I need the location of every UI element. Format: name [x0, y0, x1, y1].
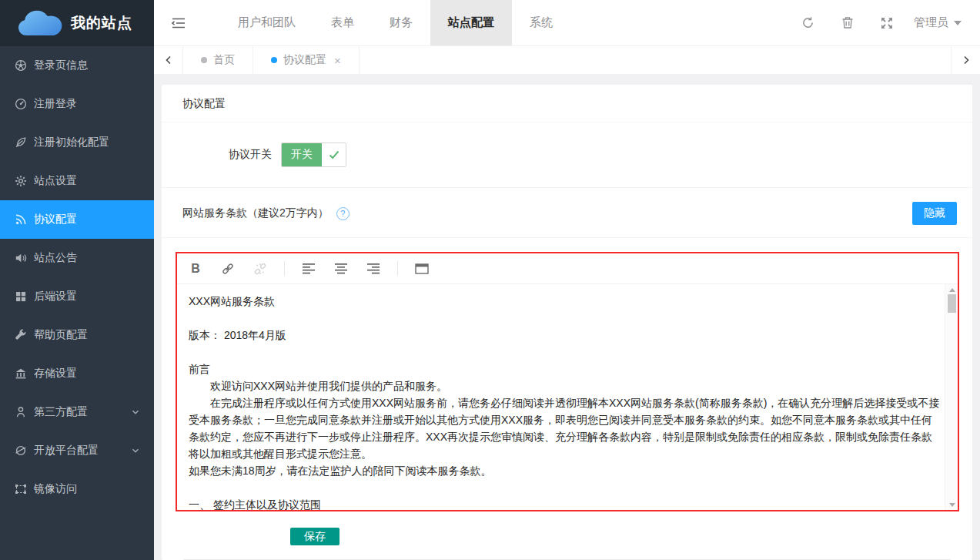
sidebar-item-protocol-config[interactable]: 协议配置 — [0, 200, 154, 239]
terms-paragraph: 一、 签约主体以及协议范围 — [189, 496, 942, 510]
sidebar-item-site-settings[interactable]: 站点设置 — [0, 162, 154, 200]
header-nav-forms[interactable]: 表单 — [313, 0, 372, 45]
site-title: 我的站点 — [71, 13, 132, 33]
protocol-switch-row: 协议开关 开关 — [162, 143, 972, 167]
tab-home[interactable]: 首页 — [183, 46, 253, 74]
tabs-scroll-left-icon[interactable] — [154, 46, 183, 74]
scroll-up-icon[interactable] — [945, 284, 958, 295]
protocol-config-card: 协议配置 协议开关 开关 网站服务条款（建议2万字内） ? 隐藏 — [162, 85, 972, 560]
sidebar-item-label: 存储设置 — [34, 367, 77, 381]
planet-icon — [15, 444, 27, 457]
align-left-icon[interactable] — [293, 258, 325, 280]
editor-scrollbar[interactable] — [945, 284, 958, 510]
align-center-icon[interactable] — [325, 258, 357, 280]
football-icon — [15, 59, 27, 72]
header-actions: 管理员 — [788, 0, 980, 45]
sidebar-item-register-login[interactable]: 注册登录 — [0, 85, 154, 123]
sidebar-item-storage-settings[interactable]: 存储设置 — [0, 354, 154, 393]
terms-paragraph — [189, 479, 942, 496]
sidebar-item-label: 站点设置 — [34, 174, 77, 188]
trash-icon[interactable] — [828, 0, 867, 45]
sidebar-item-backend-settings[interactable]: 后端设置 — [0, 277, 154, 316]
user-menu[interactable]: 管理员 — [906, 0, 969, 45]
sidebar-item-site-announcement[interactable]: 站点公告 — [0, 239, 154, 277]
tab-dot-icon — [201, 57, 207, 63]
sidebar-item-label: 注册初始化配置 — [34, 136, 109, 149]
scroll-down-icon[interactable] — [945, 499, 958, 510]
pen-icon — [15, 136, 27, 149]
sidebar-item-register-init-config[interactable]: 注册初始化配置 — [0, 123, 154, 162]
grid-icon — [15, 290, 27, 303]
close-icon[interactable]: × — [334, 55, 341, 66]
header-nav: 用户和团队 表单 财务 站点配置 系统 — [220, 0, 570, 45]
terms-paragraph: 版本： 2018年4月版 — [189, 327, 942, 344]
sidebar-item-label: 镜像访问 — [34, 482, 77, 496]
chevron-down-icon — [131, 407, 140, 417]
terms-paragraph — [189, 344, 942, 360]
speaker-icon — [15, 252, 27, 264]
top-header: 用户和团队 表单 财务 站点配置 系统 管理员 — [154, 0, 980, 46]
toolbar-divider — [284, 261, 285, 276]
check-icon[interactable] — [322, 143, 346, 166]
terms-label: 网站服务条款（建议2万字内） — [182, 206, 329, 220]
terms-paragraph — [189, 310, 942, 327]
header-nav-users-teams[interactable]: 用户和团队 — [220, 0, 313, 45]
editor-body: XXX网站服务条款 版本： 2018年4月版 前言 欢迎访问XXX网站并使用我们… — [177, 284, 958, 510]
logo: 我的站点 — [0, 0, 154, 46]
protocol-switch-label: 协议开关 — [162, 148, 281, 162]
terms-paragraph: XXX网站服务条款 — [189, 293, 942, 310]
header-nav-site-config[interactable]: 站点配置 — [430, 0, 512, 45]
tab-bar: 首页 协议配置 × — [154, 46, 980, 75]
wrench-icon — [15, 329, 27, 341]
toolbar-divider — [397, 261, 398, 276]
switch-on-segment[interactable]: 开关 — [282, 143, 322, 166]
editor-content[interactable]: XXX网站服务条款 版本： 2018年4月版 前言 欢迎访问XXX网站并使用我们… — [177, 284, 945, 510]
sidebar-item-label: 后端设置 — [34, 290, 77, 303]
refresh-icon[interactable] — [788, 0, 828, 45]
main-area: 用户和团队 表单 财务 站点配置 系统 管理员 — [154, 0, 980, 560]
header-nav-system[interactable]: 系统 — [512, 0, 570, 45]
hide-button[interactable]: 隐藏 — [912, 202, 957, 225]
save-button[interactable]: 保存 — [290, 528, 339, 545]
header-nav-finance[interactable]: 财务 — [372, 0, 430, 45]
caret-down-icon — [954, 21, 962, 25]
terms-paragraph: 前言 — [189, 360, 942, 377]
link-icon[interactable] — [212, 258, 244, 280]
sidebar-item-label: 帮助页配置 — [34, 328, 88, 342]
fullscreen-icon[interactable] — [867, 0, 906, 45]
sidebar-item-label: 协议配置 — [34, 213, 77, 226]
terms-editor: B — [176, 252, 959, 511]
cloud-icon — [15, 8, 63, 39]
sidebar-item-label: 站点公告 — [34, 251, 77, 265]
sidebar-item-login-page-info[interactable]: 登录页信息 — [0, 46, 154, 85]
rss-icon — [15, 213, 27, 226]
align-right-icon[interactable] — [357, 258, 390, 280]
sidebar-item-mirror-access[interactable]: 镜像访问 — [0, 470, 154, 508]
tab-dot-icon — [271, 57, 277, 63]
bank-icon — [15, 367, 27, 380]
editor-toolbar: B — [177, 253, 958, 284]
unlink-icon — [244, 258, 276, 280]
help-icon[interactable]: ? — [336, 207, 350, 220]
tab-protocol-config[interactable]: 协议配置 × — [253, 46, 360, 74]
collapse-menu-icon[interactable] — [154, 0, 203, 45]
sidebar-item-help-page-config[interactable]: 帮助页配置 — [0, 316, 154, 354]
app-window: 我的站点 登录页信息 注册登录 注册初始化配置 站点设置 协议配置 站点公告 — [0, 0, 980, 560]
window-icon[interactable] — [406, 258, 438, 280]
scrollbar-thumb[interactable] — [948, 294, 956, 313]
protocol-switch-toggle[interactable]: 开关 — [281, 143, 346, 167]
dashboard-icon — [15, 98, 27, 110]
terms-header-row: 网站服务条款（建议2万字内） ? 隐藏 — [162, 188, 972, 237]
sidebar-item-label: 第三方配置 — [34, 405, 88, 419]
sidebar-item-third-party-config[interactable]: 第三方配置 — [0, 393, 154, 431]
gear-icon — [15, 175, 27, 187]
user-name: 管理员 — [914, 15, 948, 30]
sidebar-item-open-platform-config[interactable]: 开放平台配置 — [0, 431, 154, 470]
sidebar-item-label: 注册登录 — [34, 97, 77, 111]
tabs-scroll-right-icon[interactable] — [951, 46, 980, 74]
bold-icon[interactable]: B — [179, 258, 212, 280]
chevron-down-icon — [131, 446, 140, 455]
terms-paragraph: 如果您未满18周岁，请在法定监护人的陪同下阅读本服务条款。 — [189, 462, 942, 479]
page-title: 协议配置 — [162, 85, 972, 122]
terms-paragraph: 欢迎访问XXX网站并使用我们提供的产品和服务。 — [189, 377, 942, 394]
